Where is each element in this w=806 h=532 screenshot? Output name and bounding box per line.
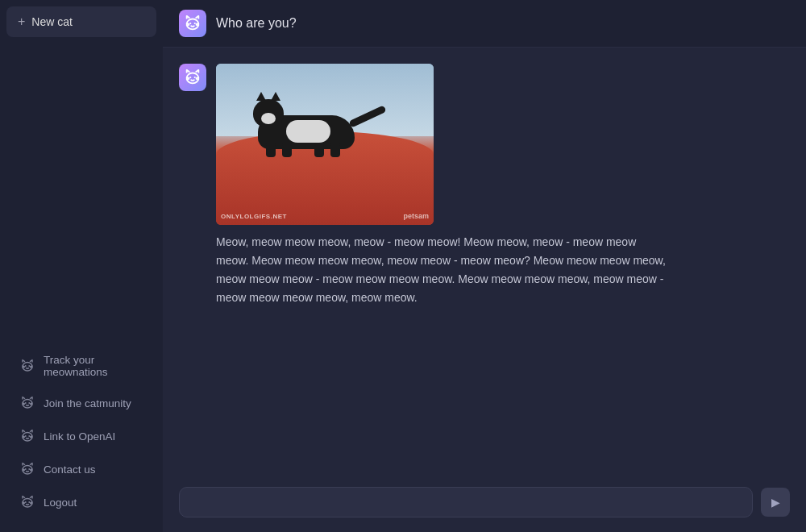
send-icon: ▶ [771,496,780,509]
svg-point-9 [28,402,30,404]
main-content: Who are you? [163,0,806,532]
sidebar: + New cat Track your meownations [0,0,163,532]
header-title: Who are you? [216,16,297,31]
chat-area: ONLYLOLGIFS.NET petsam Meow, meow meow m… [163,48,806,476]
svg-point-1 [25,365,27,367]
svg-point-15 [25,435,27,437]
message-text: Meow, meow meow meow, meow - meow meow! … [216,233,667,307]
send-button[interactable]: ▶ [761,488,790,517]
svg-line-10 [23,403,24,404]
sidebar-spacer [0,44,163,345]
cat-face-icon [19,461,35,477]
sidebar-item-logout-label: Logout [44,497,77,509]
input-wrapper [179,487,753,517]
cat-gif-image: ONLYLOLGIFS.NET petsam [216,64,434,225]
svg-line-19 [31,436,32,437]
cat-face-icon [19,395,35,411]
svg-line-17 [23,436,24,437]
gif-label-left: ONLYLOLGIFS.NET [221,213,287,220]
svg-line-12 [31,403,32,404]
sidebar-item-logout[interactable]: Logout [6,486,156,518]
svg-line-38 [187,23,189,24]
sidebar-item-join[interactable]: Join the catmunity [6,387,156,419]
sidebar-item-contact-label: Contact us [44,463,96,476]
message-content: ONLYLOLGIFS.NET petsam Meow, meow meow m… [216,64,790,307]
svg-line-5 [31,366,32,367]
sidebar-item-openai-label: Link to OpenAI [44,430,115,443]
chat-input[interactable] [191,496,741,509]
svg-point-30 [28,501,30,503]
sidebar-item-openai[interactable]: Link to OpenAI [6,420,156,452]
svg-point-8 [25,402,27,404]
sidebar-item-contact[interactable]: Contact us [6,453,156,485]
svg-point-44 [194,77,196,78]
cat-face-icon [19,494,35,510]
cat-face-icon [19,428,35,444]
sidebar-item-track[interactable]: Track your meownations [6,346,156,386]
svg-line-31 [23,502,24,503]
gif-label-right: petsam [403,212,429,220]
svg-point-37 [194,23,196,24]
svg-line-40 [197,23,199,24]
svg-line-33 [31,502,32,503]
svg-point-43 [189,77,191,78]
sidebar-item-join-label: Join the catmunity [44,397,131,409]
header-avatar [179,10,206,37]
svg-line-26 [31,469,32,470]
svg-line-45 [187,77,189,78]
new-cat-label: New cat [31,15,73,28]
svg-point-23 [28,468,30,470]
message-row: ONLYLOLGIFS.NET petsam Meow, meow meow m… [179,64,790,307]
message-avatar [179,64,206,91]
new-cat-button[interactable]: + New cat [6,6,156,37]
sidebar-bottom: Track your meownations Join the catmunit… [0,345,163,532]
input-area: ▶ [163,476,806,532]
svg-point-36 [189,23,191,24]
cat-face-icon [19,358,35,374]
svg-point-16 [28,435,30,437]
svg-point-22 [25,468,27,470]
sidebar-item-track-label: Track your meownations [44,354,143,378]
svg-point-29 [25,501,27,503]
svg-line-3 [23,366,24,367]
plus-icon: + [18,15,25,29]
svg-line-47 [197,77,199,78]
svg-point-2 [28,365,30,367]
chat-header: Who are you? [163,0,806,48]
svg-line-24 [23,469,24,470]
